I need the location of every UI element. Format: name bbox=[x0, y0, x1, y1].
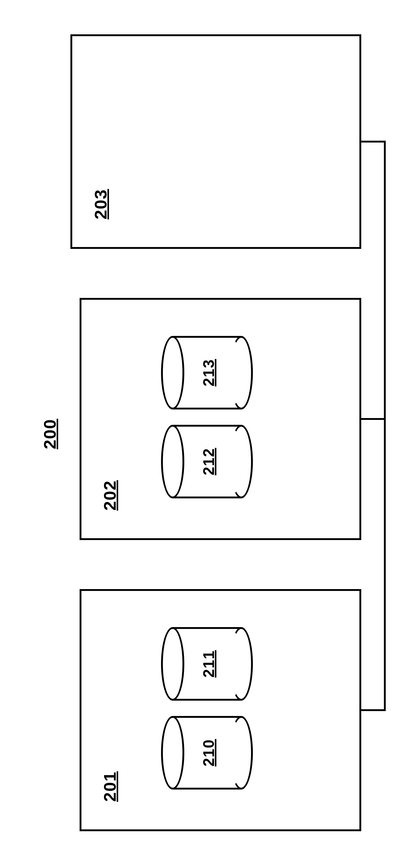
box-201-label: 201 bbox=[100, 771, 120, 802]
diagram-stage: 200 201 210 211 202 212 213 bbox=[0, 0, 409, 868]
cylinder-211: 211 bbox=[161, 627, 253, 701]
box-202: 202 212 213 bbox=[79, 298, 361, 540]
box-203-label: 203 bbox=[91, 189, 110, 219]
box-201: 201 210 211 bbox=[79, 589, 361, 831]
bus-horizontal bbox=[384, 142, 386, 711]
cylinder-213: 213 bbox=[161, 336, 253, 409]
cylinder-210: 210 bbox=[161, 716, 253, 789]
diagram-title: 200 bbox=[40, 419, 60, 449]
bus-drop-202 bbox=[361, 418, 386, 420]
cylinder-210-label: 210 bbox=[200, 739, 218, 766]
box-202-label: 202 bbox=[100, 480, 120, 510]
box-203: 203 bbox=[70, 34, 361, 249]
cylinder-212-label: 212 bbox=[200, 448, 218, 475]
bus-drop-203 bbox=[361, 141, 386, 143]
cylinder-213-label: 213 bbox=[200, 359, 218, 386]
cylinder-212: 212 bbox=[161, 425, 253, 498]
bus-drop-201 bbox=[361, 709, 386, 711]
cylinder-211-label: 211 bbox=[200, 650, 218, 677]
